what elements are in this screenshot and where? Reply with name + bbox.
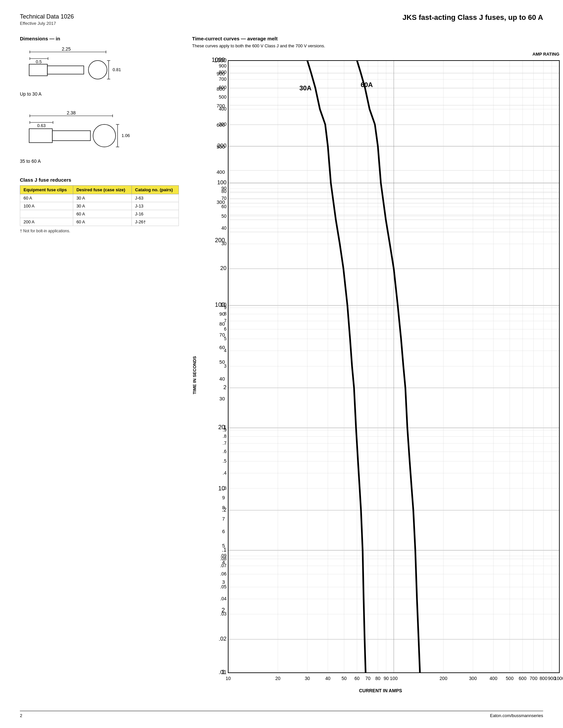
svg-text:80: 80 — [375, 676, 381, 681]
svg-text:.01: .01 — [218, 669, 226, 675]
table-row: 60 A J-16 — [20, 210, 179, 218]
svg-text:800: 800 — [540, 676, 547, 681]
svg-text:100: 100 — [390, 676, 398, 681]
svg-text:.4: .4 — [222, 470, 226, 476]
svg-text:.2: .2 — [222, 507, 226, 513]
svg-text:700: 700 — [530, 676, 538, 681]
svg-text:50: 50 — [221, 213, 226, 219]
svg-text:.1: .1 — [222, 547, 226, 553]
col-header-desired: Desired fuse (case size) — [73, 186, 131, 194]
svg-text:400: 400 — [490, 676, 497, 681]
svg-text:3: 3 — [224, 363, 226, 369]
svg-text:20: 20 — [275, 676, 280, 681]
svg-text:7: 7 — [224, 318, 226, 323]
table-row: 100 A 30 A J-13 — [20, 202, 179, 210]
svg-text:1.06: 1.06 — [121, 133, 130, 138]
fuse2-diagram: 2.38 0.63 1.06 — [20, 110, 139, 156]
svg-text:5: 5 — [224, 336, 226, 341]
svg-text:700: 700 — [219, 76, 227, 82]
svg-text:80: 80 — [221, 189, 226, 194]
time-current-chart: .grid-line { stroke: #aaa; stroke-width:… — [198, 57, 563, 686]
svg-text:90: 90 — [384, 676, 389, 681]
svg-text:.3: .3 — [222, 485, 226, 491]
table-section: Class J fuse reducers Equipment fuse cli… — [20, 177, 179, 233]
svg-text:.06: .06 — [220, 571, 227, 576]
svg-text:0.5: 0.5 — [36, 59, 42, 64]
svg-text:.02: .02 — [218, 636, 226, 642]
svg-text:.07: .07 — [220, 563, 227, 568]
svg-text:60: 60 — [221, 204, 226, 209]
cell-clips-4: 200 A — [20, 218, 73, 226]
x-axis-label: CURRENT IN AMPS — [198, 688, 563, 693]
col-header-catalog: Catalog no. (pairs) — [131, 186, 178, 194]
svg-text:400: 400 — [219, 106, 227, 112]
dimensions-title: Dimensions — in — [20, 36, 179, 41]
svg-point-10 — [88, 61, 107, 79]
chart-container: TIME IN SECONDS .grid-line { stroke: #aa… — [192, 57, 563, 693]
svg-text:10: 10 — [225, 676, 231, 681]
page-number: 2 — [20, 713, 22, 718]
tech-data-title: Technical Data 1026 — [20, 13, 74, 20]
svg-text:30A: 30A — [300, 84, 312, 92]
effective-date: Effective July 2017 — [20, 21, 74, 26]
curves-title: Time-currect curves — average melt — [192, 36, 563, 41]
svg-text:0.63: 0.63 — [37, 123, 45, 128]
svg-text:.04: .04 — [220, 596, 227, 601]
right-panel: Time-currect curves — average melt These… — [192, 36, 563, 693]
svg-text:1000: 1000 — [214, 57, 226, 64]
svg-rect-23 — [29, 129, 52, 143]
svg-text:800: 800 — [219, 69, 227, 75]
cell-clips-1: 60 A — [20, 194, 73, 202]
svg-text:9: 9 — [224, 305, 226, 310]
svg-text:40: 40 — [221, 225, 226, 231]
fuse1-block: 2.25 0.5 0.8 — [20, 46, 179, 97]
fuse2-block: 2.38 0.63 1.06 — [20, 110, 179, 164]
main-content: Dimensions — in 2.25 0.5 — [20, 36, 543, 693]
header-left: Technical Data 1026 Effective July 2017 — [20, 13, 74, 26]
svg-rect-9 — [47, 66, 84, 74]
fuse1-label: Up to 30 A — [20, 91, 179, 97]
svg-text:500: 500 — [506, 676, 514, 681]
svg-text:60A: 60A — [361, 81, 373, 88]
svg-text:8: 8 — [224, 311, 226, 316]
svg-text:.6: .6 — [222, 449, 226, 454]
svg-text:20: 20 — [220, 265, 226, 271]
svg-text:70: 70 — [221, 196, 226, 201]
svg-text:.7: .7 — [222, 440, 226, 446]
svg-text:300: 300 — [219, 121, 227, 127]
svg-text:0.81: 0.81 — [113, 67, 121, 72]
website: Eaton.com/bussmannseries — [490, 713, 543, 718]
page: Technical Data 1026 Effective July 2017 … — [0, 0, 563, 728]
cell-catalog-3: J-16 — [131, 210, 178, 218]
svg-rect-24 — [52, 131, 90, 141]
col-header-clips: Equipment fuse clips — [20, 186, 73, 194]
svg-text:200: 200 — [440, 676, 447, 681]
cell-clips-3 — [20, 210, 73, 218]
svg-text:.9: .9 — [222, 427, 226, 432]
amp-rating-label: AMP RATING — [192, 52, 563, 57]
svg-text:9: 9 — [222, 495, 225, 500]
svg-text:2.38: 2.38 — [67, 110, 75, 115]
left-panel: Dimensions — in 2.25 0.5 — [20, 36, 179, 693]
table-header-row: Equipment fuse clips Desired fuse (case … — [20, 186, 179, 194]
svg-text:40: 40 — [325, 676, 331, 681]
svg-text:4: 4 — [224, 348, 226, 353]
svg-text:600: 600 — [219, 85, 227, 90]
svg-text:70: 70 — [365, 676, 371, 681]
svg-text:.8: .8 — [222, 433, 226, 439]
svg-text:400: 400 — [216, 169, 225, 175]
curves-subtitle: These curves apply to both the 600 V Cla… — [192, 43, 563, 48]
svg-text:30: 30 — [221, 241, 226, 246]
cell-desired-4: 60 A — [73, 218, 131, 226]
cell-desired-3: 60 A — [73, 210, 131, 218]
svg-text:500: 500 — [219, 94, 227, 100]
footnote: † Not for bolt-in applications. — [20, 229, 179, 233]
chart-inner: .grid-line { stroke: #aaa; stroke-width:… — [198, 57, 563, 693]
svg-text:2: 2 — [223, 384, 226, 390]
header: Technical Data 1026 Effective July 2017 … — [20, 13, 543, 26]
svg-rect-8 — [29, 64, 47, 76]
footer: 2 Eaton.com/bussmannseries — [20, 711, 543, 718]
svg-text:200: 200 — [217, 143, 226, 149]
svg-text:60: 60 — [354, 676, 360, 681]
table-row: 60 A 30 A J-63 — [20, 194, 179, 202]
